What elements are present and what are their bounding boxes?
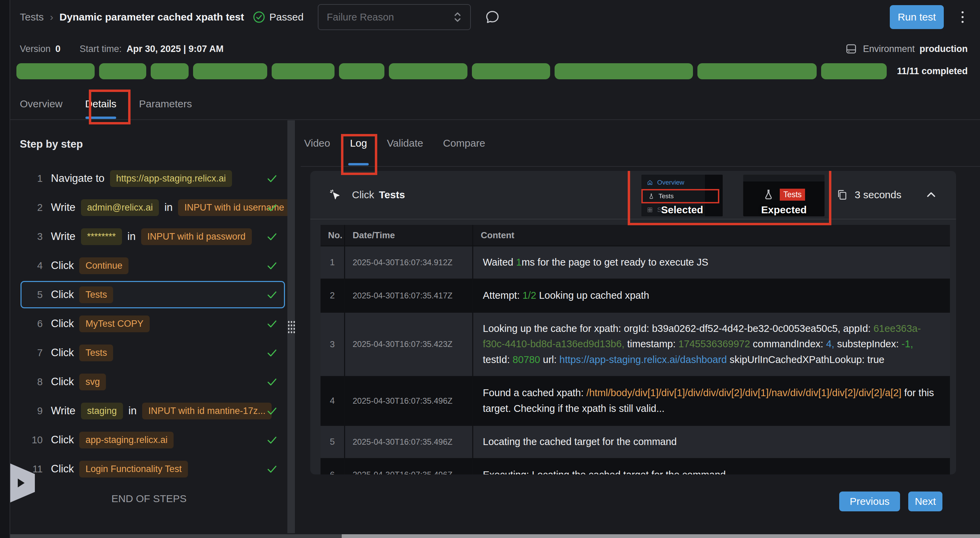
detail-tab-compare[interactable]: Compare [443,120,485,166]
log-table: No.Date/TimeContent12025-04-30T16:07:34.… [320,225,950,474]
detail-tabs: VideoLogValidateCompare [301,120,980,166]
step-row-2[interactable]: 2Writeadmin@relicx.aiinINPUT with id use… [21,194,285,221]
log-text-segment: /html/body/div[1]/div[1]/div/div/div[2]/… [586,387,901,398]
step-row-7[interactable]: 7ClickTests [21,339,285,366]
detail-tab-log[interactable]: Log [350,120,367,166]
step-number: 7 [22,347,43,358]
tab-details[interactable]: Details [85,88,116,119]
log-row-number: 4 [320,377,345,425]
previous-button[interactable]: Previous [839,492,900,511]
page-title: Dynamic parameter cached xpath test [59,11,244,23]
horizontal-scrollbar-thumb[interactable] [342,534,980,538]
log-row-1: 12025-04-30T16:07:34.912ZWaited 1ms for … [320,247,950,280]
tab-overview[interactable]: Overview [20,88,62,119]
step-row-1[interactable]: 1Navigate tohttps://app-staging.relicx.a… [21,165,285,192]
log-header-content: Content [473,225,950,245]
step-row-4[interactable]: 4ClickContinue [21,252,285,279]
mini-nav-tests: Tests [643,190,718,202]
step-text: in [164,201,173,213]
step-target-badge: app-staging.relicx.ai [79,432,173,449]
annotation-box-mini-tests: Tests [641,189,719,204]
step-number: 8 [22,376,43,388]
environment-label: Environment [863,44,915,54]
step-text: in [127,230,136,243]
panel-divider-scrollbar[interactable] [287,120,295,533]
progress-segment-4 [193,63,267,79]
steps-panel-title: Step by step [20,138,288,150]
log-link[interactable]: https://app-staging.relicx.ai/dashboard [559,354,727,365]
log-text-segment: url: [540,354,559,365]
step-description: ClickTests [51,345,260,361]
version-value: 0 [56,44,60,54]
step-text: Write [51,230,75,243]
progress-label: 11/11 completed [897,66,968,76]
selected-thumbnail[interactable]: Overview Tests [641,175,723,216]
next-button[interactable]: Next [908,492,942,511]
copy-icon[interactable] [836,189,848,201]
more-options-button[interactable] [961,11,964,23]
progress-segment-7 [389,63,467,79]
log-table-header: No.Date/TimeContent [320,225,950,247]
step-text: Click [51,463,74,475]
log-text-segment: Found a cached xpath: [483,387,586,398]
log-card: Click Tests Overview [310,171,956,474]
log-text-segment: Looking up cached xpath [536,290,649,301]
step-value-badge: https://app-staging.relicx.ai [110,170,232,187]
horizontal-scrollbar[interactable] [10,534,980,538]
comment-button[interactable] [485,9,500,25]
step-success-check-icon [266,376,278,388]
step-row-10[interactable]: 10Clickapp-staging.relicx.ai [21,426,285,454]
step-text: Navigate to [51,172,105,185]
failure-reason-select[interactable]: Failure Reason [318,4,471,30]
step-row-11[interactable]: 11ClickLogin Functionality Test [21,455,285,482]
step-number: 10 [22,435,43,446]
tab-parameters[interactable]: Parameters [139,88,192,119]
log-row-number: 1 [320,247,345,279]
step-target-badge: Login Functionality Test [79,461,188,478]
chevron-up-icon [925,189,937,201]
progress-row: 11/11 completed [10,63,980,79]
progress-segment-10 [697,63,817,79]
status-badge: Passed [253,11,304,23]
breadcrumb[interactable]: Tests [20,11,44,23]
steps-list: 1Navigate tohttps://app-staging.relicx.a… [10,165,288,482]
end-of-steps-label: END OF STEPS [10,493,288,505]
home-icon [647,180,653,186]
run-test-button[interactable]: Run test [890,5,944,29]
progress-segment-8 [472,63,550,79]
step-description: Clicksvg [51,374,260,390]
step-success-check-icon [266,202,278,213]
step-number: 3 [22,231,43,242]
collapse-log-button[interactable] [925,189,937,201]
step-description: Navigate tohttps://app-staging.relicx.ai [51,170,260,187]
step-success-check-icon [266,347,278,358]
progress-segment-2 [99,63,146,79]
step-description: Write********inINPUT with id password [51,228,260,245]
expected-thumbnail[interactable]: Tests Expected [743,175,824,216]
tab-details-label: Details [85,98,116,110]
flask-icon [648,193,654,199]
selected-thumbnail-label: Selected [641,204,723,216]
step-row-5[interactable]: 5ClickTests [21,281,285,308]
detail-panel: VideoLogValidateCompare Click Tests [301,120,980,538]
step-row-8[interactable]: 8Clicksvg [21,368,285,395]
step-text: Click [51,376,74,388]
log-link[interactable]: 4, [826,338,834,349]
log-row-timestamp: 2025-04-30T16:07:35.496Z [345,459,473,475]
log-row-number: 3 [320,313,345,376]
detail-tabs-divider [301,166,980,167]
step-text: Write [51,201,75,213]
tab-parameters-label: Parameters [139,98,192,110]
step-row-9[interactable]: 9WritestaginginINPUT with id mantine-17z… [21,397,285,425]
main-tabs: OverviewDetailsParameters [10,88,980,119]
version-label: Version [20,44,51,54]
detail-tab-validate[interactable]: Validate [387,120,423,166]
step-row-3[interactable]: 3Write********inINPUT with id password [21,223,285,250]
active-tab-underline [348,163,369,166]
log-header: Click Tests Overview [310,171,956,220]
environment-icon [845,43,858,55]
breadcrumb-separator-icon: › [50,11,53,23]
panel-resize-handle[interactable] [287,320,296,334]
detail-tab-video[interactable]: Video [304,120,330,166]
step-row-6[interactable]: 6ClickMyTest COPY [21,310,285,337]
